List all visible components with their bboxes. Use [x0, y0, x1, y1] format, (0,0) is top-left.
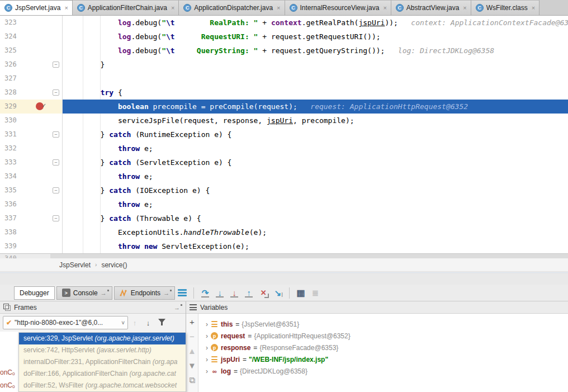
- code-line[interactable]: 337− } catch (Throwable e) {: [0, 211, 568, 225]
- expand-chevron-icon[interactable]: ›: [203, 320, 211, 328]
- debug-tab[interactable]: Debugger: [14, 286, 55, 300]
- code-line[interactable]: 338 ExceptionUtils.handleThrowable(e);: [0, 225, 568, 239]
- gutter[interactable]: 336: [0, 197, 63, 211]
- code-line[interactable]: 327: [0, 72, 568, 86]
- prev-frame-button[interactable]: ↑: [128, 319, 141, 327]
- code-line[interactable]: 330 serviceJspFile(request, response, js…: [0, 114, 568, 127]
- editor-tab[interactable]: CJspServlet.java×: [0, 0, 73, 15]
- code-line[interactable]: 324 log.debug("\t RequestURI: " + reques…: [0, 30, 568, 44]
- layout-settings-icon[interactable]: ≣: [308, 286, 323, 300]
- code-line[interactable]: 323 log.debug("\t RealPath: " + context.…: [0, 16, 568, 30]
- gutter[interactable]: 334: [0, 169, 63, 183]
- float-window-icon[interactable]: →: [163, 290, 169, 296]
- editor-tab[interactable]: CInternalResourceView.java×: [285, 0, 391, 15]
- gutter[interactable]: 335−: [0, 183, 63, 197]
- code-line[interactable]: 332 throw e;: [0, 141, 568, 155]
- gutter[interactable]: 337−: [0, 211, 63, 225]
- breadcrumb-method[interactable]: service(): [101, 261, 127, 269]
- gutter[interactable]: 324: [0, 30, 63, 44]
- fold-marker-icon[interactable]: −: [53, 215, 59, 221]
- code-line[interactable]: 339 throw new ServletException(e);: [0, 239, 568, 253]
- float-window-icon[interactable]: →: [101, 290, 107, 296]
- panel-splitter[interactable]: [0, 272, 568, 285]
- stack-frame-row[interactable]: service:742, HttpServlet (javax.servlet.…: [19, 344, 186, 356]
- value-icon: [211, 321, 218, 327]
- move-down-button[interactable]: ▼: [188, 361, 196, 375]
- code-editor[interactable]: 323 log.debug("\t RealPath: " + context.…: [0, 16, 568, 253]
- gutter[interactable]: 325: [0, 44, 63, 58]
- gutter[interactable]: 332: [0, 141, 63, 155]
- stack-frame-row[interactable]: doFilter:52, WsFilter (org.apache.tomcat…: [19, 380, 186, 391]
- close-icon[interactable]: ×: [463, 4, 466, 11]
- code-line[interactable]: 333− } catch (ServletException e) {: [0, 155, 568, 169]
- editor-tab-bar: CJspServlet.java×CApplicationFilterChain…: [0, 0, 568, 16]
- run-to-cursor-icon[interactable]: ↘I: [271, 286, 285, 300]
- stack-frame-row[interactable]: doFilter:166, ApplicationFilterChain (or…: [19, 368, 186, 380]
- code-line[interactable]: 331− } catch (RuntimeException e) {: [0, 127, 568, 141]
- fold-marker-icon[interactable]: −: [53, 89, 59, 96]
- close-icon[interactable]: ×: [532, 4, 535, 11]
- gutter[interactable]: 329: [0, 100, 63, 114]
- editor-tab[interactable]: CApplicationDispatcher.java×: [179, 0, 285, 15]
- menu-icon[interactable]: [175, 286, 190, 300]
- move-up-button[interactable]: ▲: [188, 346, 196, 361]
- gutter[interactable]: 326−: [0, 58, 63, 72]
- expand-chevron-icon[interactable]: ›: [203, 367, 211, 375]
- code-line[interactable]: 326− }: [0, 58, 568, 72]
- evaluate-expression-icon[interactable]: ▦: [294, 286, 308, 300]
- pin-icon[interactable]: →: [174, 304, 180, 311]
- code-line[interactable]: 336 throw e;: [0, 197, 568, 211]
- close-icon[interactable]: ×: [383, 4, 386, 11]
- gutter[interactable]: 328−: [0, 86, 63, 100]
- editor-tab[interactable]: CAbstractView.java×: [391, 0, 471, 15]
- gutter[interactable]: 330: [0, 114, 63, 127]
- code-line[interactable]: 334 throw e;: [0, 169, 568, 183]
- expand-chevron-icon[interactable]: ›: [203, 356, 211, 363]
- stack-frame-row[interactable]: service:329, JspServlet (org.apache.jasp…: [19, 333, 186, 344]
- gutter[interactable]: 323: [0, 16, 63, 30]
- breadcrumb-class[interactable]: JspServlet: [59, 261, 91, 269]
- execution-line[interactable]: 329 boolean precompile = preCompile(requ…: [0, 100, 568, 114]
- breakpoint-icon[interactable]: [36, 102, 44, 110]
- expand-chevron-icon[interactable]: ›: [203, 344, 211, 352]
- drop-frame-icon[interactable]: ✕: [256, 286, 271, 300]
- step-over-icon[interactable]: ↷: [198, 286, 212, 300]
- gutter[interactable]: 339: [0, 239, 63, 253]
- code-line[interactable]: 335− } catch (IOException e) {: [0, 183, 568, 197]
- remove-watch-button[interactable]: −: [190, 332, 195, 346]
- close-icon[interactable]: ×: [171, 4, 174, 11]
- duplicate-button[interactable]: ⧉: [189, 375, 195, 390]
- code-line[interactable]: 328− try {: [0, 86, 568, 100]
- fold-marker-icon[interactable]: −: [53, 131, 59, 138]
- gutter[interactable]: 333−: [0, 155, 63, 169]
- step-into-icon[interactable]: ↓: [212, 286, 227, 300]
- close-icon[interactable]: ×: [64, 4, 68, 11]
- stack-frame-row[interactable]: internalDoFilter:231, ApplicationFilterC…: [19, 356, 186, 368]
- line-number: 331: [4, 127, 17, 141]
- debug-tab[interactable]: Endpoints→: [114, 286, 175, 300]
- step-out-icon[interactable]: ↑: [242, 286, 256, 300]
- filter-frames-button[interactable]: [155, 319, 168, 327]
- variable-row[interactable]: ›jspUri="/WEB-INF/jsp/index.jsp": [198, 353, 568, 365]
- gutter[interactable]: 331−: [0, 127, 63, 141]
- thread-dropdown[interactable]: ✔ "http-nio-8080-exec-1"@6,0... ˅: [3, 316, 128, 329]
- variable-row[interactable]: ›prequest={ApplicationHttpRequest@6352}: [198, 330, 568, 342]
- fold-marker-icon[interactable]: −: [53, 187, 59, 193]
- line-number: 324: [4, 30, 17, 44]
- variable-row[interactable]: ›∞log={DirectJDKLog@6358}: [198, 365, 568, 377]
- close-icon[interactable]: ×: [277, 4, 280, 11]
- expand-chevron-icon[interactable]: ›: [203, 332, 211, 340]
- add-watch-button[interactable]: +: [190, 317, 195, 332]
- variable-row[interactable]: ›this={JspServlet@6351}: [198, 318, 568, 330]
- fold-marker-icon[interactable]: −: [53, 62, 59, 68]
- next-frame-button[interactable]: ↓: [141, 319, 155, 327]
- gutter[interactable]: 327: [0, 72, 63, 86]
- force-step-into-icon[interactable]: ↓: [227, 286, 242, 300]
- fold-marker-icon[interactable]: −: [53, 159, 59, 166]
- editor-tab[interactable]: CApplicationFilterChain.java×: [73, 0, 179, 15]
- code-line[interactable]: 325 log.debug("\t QueryString: " + reque…: [0, 44, 568, 58]
- editor-tab[interactable]: CWsFilter.class×: [471, 0, 539, 15]
- variable-row[interactable]: ›presponse={ResponseFacade@6353}: [198, 342, 568, 353]
- gutter[interactable]: 338: [0, 225, 63, 239]
- debug-tab[interactable]: >Console→: [56, 286, 112, 300]
